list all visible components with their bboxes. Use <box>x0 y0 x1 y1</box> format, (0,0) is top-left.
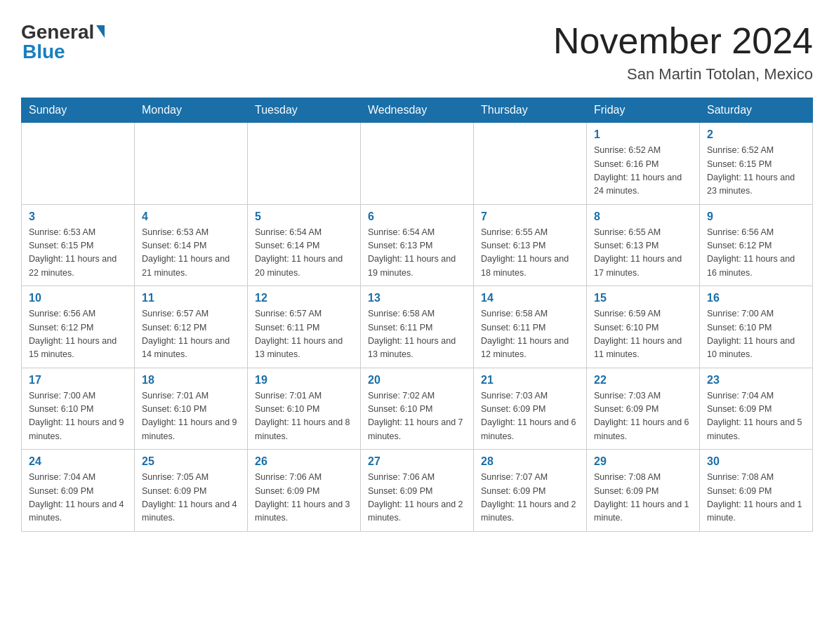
calendar-cell: 13Sunrise: 6:58 AMSunset: 6:11 PMDayligh… <box>361 286 474 368</box>
day-info: Sunrise: 7:00 AMSunset: 6:10 PMDaylight:… <box>707 307 805 362</box>
page-header: General Blue November 2024 San Martin To… <box>21 21 813 83</box>
calendar-week-row: 17Sunrise: 7:00 AMSunset: 6:10 PMDayligh… <box>22 368 813 450</box>
calendar-cell: 3Sunrise: 6:53 AMSunset: 6:15 PMDaylight… <box>22 204 135 286</box>
calendar-cell: 29Sunrise: 7:08 AMSunset: 6:09 PMDayligh… <box>587 450 700 532</box>
page-title: November 2024 <box>553 21 813 61</box>
calendar-cell: 15Sunrise: 6:59 AMSunset: 6:10 PMDayligh… <box>587 286 700 368</box>
calendar-cell: 30Sunrise: 7:08 AMSunset: 6:09 PMDayligh… <box>700 450 813 532</box>
calendar-cell: 20Sunrise: 7:02 AMSunset: 6:10 PMDayligh… <box>361 368 474 450</box>
calendar-week-row: 10Sunrise: 6:56 AMSunset: 6:12 PMDayligh… <box>22 286 813 368</box>
day-info: Sunrise: 7:03 AMSunset: 6:09 PMDaylight:… <box>481 389 579 444</box>
calendar-body: 1Sunrise: 6:52 AMSunset: 6:16 PMDaylight… <box>22 123 813 532</box>
day-number: 20 <box>368 374 466 387</box>
day-info: Sunrise: 7:00 AMSunset: 6:10 PMDaylight:… <box>29 389 127 444</box>
day-number: 29 <box>594 455 692 468</box>
calendar-header-row: Sunday Monday Tuesday Wednesday Thursday… <box>22 98 813 123</box>
day-info: Sunrise: 6:52 AMSunset: 6:16 PMDaylight:… <box>594 144 692 199</box>
calendar-cell: 11Sunrise: 6:57 AMSunset: 6:12 PMDayligh… <box>135 286 248 368</box>
day-number: 9 <box>707 210 805 223</box>
day-number: 8 <box>594 210 692 223</box>
day-info: Sunrise: 6:59 AMSunset: 6:10 PMDaylight:… <box>594 307 692 362</box>
day-info: Sunrise: 7:08 AMSunset: 6:09 PMDaylight:… <box>707 471 805 525</box>
day-info: Sunrise: 7:06 AMSunset: 6:09 PMDaylight:… <box>368 471 466 525</box>
col-tuesday: Tuesday <box>248 98 361 123</box>
day-number: 11 <box>142 292 240 304</box>
day-number: 16 <box>707 292 805 304</box>
day-info: Sunrise: 7:04 AMSunset: 6:09 PMDaylight:… <box>29 471 127 525</box>
day-number: 5 <box>255 210 353 223</box>
calendar-cell: 7Sunrise: 6:55 AMSunset: 6:13 PMDaylight… <box>474 204 587 286</box>
day-number: 19 <box>255 374 353 387</box>
title-area: November 2024 San Martin Totolan, Mexico <box>553 21 813 83</box>
day-info: Sunrise: 6:54 AMSunset: 6:13 PMDaylight:… <box>368 226 466 281</box>
col-wednesday: Wednesday <box>361 98 474 123</box>
calendar-cell: 22Sunrise: 7:03 AMSunset: 6:09 PMDayligh… <box>587 368 700 450</box>
calendar-cell: 23Sunrise: 7:04 AMSunset: 6:09 PMDayligh… <box>700 368 813 450</box>
calendar-cell: 6Sunrise: 6:54 AMSunset: 6:13 PMDaylight… <box>361 204 474 286</box>
day-number: 28 <box>481 455 579 468</box>
calendar-cell: 21Sunrise: 7:03 AMSunset: 6:09 PMDayligh… <box>474 368 587 450</box>
day-number: 2 <box>707 128 805 141</box>
day-number: 1 <box>594 128 692 141</box>
logo: General Blue <box>21 21 105 63</box>
calendar-cell: 5Sunrise: 6:54 AMSunset: 6:14 PMDaylight… <box>248 204 361 286</box>
day-info: Sunrise: 7:02 AMSunset: 6:10 PMDaylight:… <box>368 389 466 444</box>
day-number: 21 <box>481 374 579 387</box>
calendar-cell: 27Sunrise: 7:06 AMSunset: 6:09 PMDayligh… <box>361 450 474 532</box>
calendar-cell: 4Sunrise: 6:53 AMSunset: 6:14 PMDaylight… <box>135 204 248 286</box>
day-number: 23 <box>707 374 805 387</box>
day-number: 14 <box>481 292 579 304</box>
day-number: 27 <box>368 455 466 468</box>
day-number: 22 <box>594 374 692 387</box>
day-info: Sunrise: 6:53 AMSunset: 6:15 PMDaylight:… <box>29 226 127 281</box>
day-info: Sunrise: 6:53 AMSunset: 6:14 PMDaylight:… <box>142 226 240 281</box>
page-subtitle: San Martin Totolan, Mexico <box>553 65 813 83</box>
day-info: Sunrise: 6:56 AMSunset: 6:12 PMDaylight:… <box>707 226 805 281</box>
calendar-cell: 17Sunrise: 7:00 AMSunset: 6:10 PMDayligh… <box>22 368 135 450</box>
day-info: Sunrise: 6:55 AMSunset: 6:13 PMDaylight:… <box>594 226 692 281</box>
day-number: 26 <box>255 455 353 468</box>
day-info: Sunrise: 7:03 AMSunset: 6:09 PMDaylight:… <box>594 389 692 444</box>
day-info: Sunrise: 6:56 AMSunset: 6:12 PMDaylight:… <box>29 307 127 362</box>
day-number: 12 <box>255 292 353 304</box>
day-info: Sunrise: 7:01 AMSunset: 6:10 PMDaylight:… <box>142 389 240 444</box>
day-info: Sunrise: 6:58 AMSunset: 6:11 PMDaylight:… <box>481 307 579 362</box>
day-info: Sunrise: 6:52 AMSunset: 6:15 PMDaylight:… <box>707 144 805 199</box>
col-friday: Friday <box>587 98 700 123</box>
day-number: 3 <box>29 210 127 223</box>
day-number: 15 <box>594 292 692 304</box>
day-info: Sunrise: 6:58 AMSunset: 6:11 PMDaylight:… <box>368 307 466 362</box>
calendar-cell: 12Sunrise: 6:57 AMSunset: 6:11 PMDayligh… <box>248 286 361 368</box>
calendar-cell: 8Sunrise: 6:55 AMSunset: 6:13 PMDaylight… <box>587 204 700 286</box>
day-number: 18 <box>142 374 240 387</box>
day-number: 24 <box>29 455 127 468</box>
day-info: Sunrise: 7:08 AMSunset: 6:09 PMDaylight:… <box>594 471 692 525</box>
calendar-cell <box>22 123 135 205</box>
day-number: 13 <box>368 292 466 304</box>
calendar-cell: 18Sunrise: 7:01 AMSunset: 6:10 PMDayligh… <box>135 368 248 450</box>
day-info: Sunrise: 6:54 AMSunset: 6:14 PMDaylight:… <box>255 226 353 281</box>
logo-arrow-icon <box>96 25 105 38</box>
col-saturday: Saturday <box>700 98 813 123</box>
calendar-cell: 9Sunrise: 6:56 AMSunset: 6:12 PMDaylight… <box>700 204 813 286</box>
calendar-cell: 16Sunrise: 7:00 AMSunset: 6:10 PMDayligh… <box>700 286 813 368</box>
day-number: 10 <box>29 292 127 304</box>
calendar-cell: 26Sunrise: 7:06 AMSunset: 6:09 PMDayligh… <box>248 450 361 532</box>
calendar-week-row: 3Sunrise: 6:53 AMSunset: 6:15 PMDaylight… <box>22 204 813 286</box>
calendar-cell: 10Sunrise: 6:56 AMSunset: 6:12 PMDayligh… <box>22 286 135 368</box>
calendar-cell <box>361 123 474 205</box>
day-number: 17 <box>29 374 127 387</box>
calendar-cell: 14Sunrise: 6:58 AMSunset: 6:11 PMDayligh… <box>474 286 587 368</box>
col-monday: Monday <box>135 98 248 123</box>
calendar-week-row: 24Sunrise: 7:04 AMSunset: 6:09 PMDayligh… <box>22 450 813 532</box>
day-number: 30 <box>707 455 805 468</box>
col-sunday: Sunday <box>22 98 135 123</box>
day-info: Sunrise: 7:07 AMSunset: 6:09 PMDaylight:… <box>481 471 579 525</box>
calendar-cell <box>248 123 361 205</box>
calendar-cell: 25Sunrise: 7:05 AMSunset: 6:09 PMDayligh… <box>135 450 248 532</box>
calendar-cell: 28Sunrise: 7:07 AMSunset: 6:09 PMDayligh… <box>474 450 587 532</box>
day-number: 6 <box>368 210 466 223</box>
day-info: Sunrise: 6:57 AMSunset: 6:11 PMDaylight:… <box>255 307 353 362</box>
logo-blue-text: Blue <box>22 41 65 63</box>
calendar-table: Sunday Monday Tuesday Wednesday Thursday… <box>21 98 813 532</box>
